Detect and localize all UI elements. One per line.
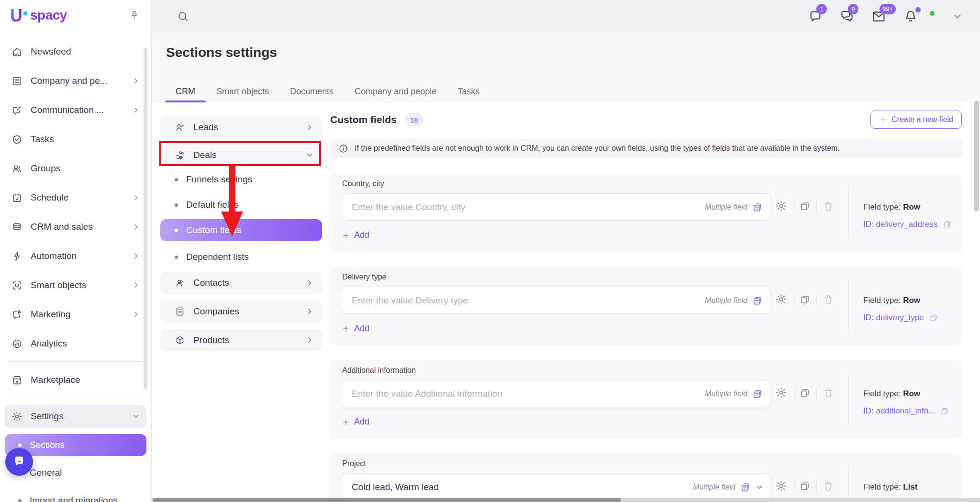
logo-dot (23, 11, 28, 16)
uspacy-logo[interactable]: U spacy (10, 6, 67, 24)
subnav-item-products[interactable]: Products (160, 329, 322, 351)
sidebar-item-analytics[interactable]: Analytics (5, 332, 146, 355)
sidebar-item-import-and-migrations[interactable]: Import and migrations (5, 490, 146, 502)
sidebar-item-smart-objects[interactable]: Smart objects (5, 274, 146, 297)
duplicate-field-icon[interactable] (799, 387, 811, 399)
subnav-item-leads[interactable]: Leads (160, 116, 322, 138)
subnav-child-label: Custom fields (186, 225, 241, 235)
sidebar-item-label: Company and pe... (31, 76, 108, 86)
field-settings-gear-icon[interactable] (775, 293, 787, 305)
horizontal-scrollbar-thumb[interactable] (153, 498, 621, 502)
field-id-row: ID: delivery_type (863, 313, 938, 323)
add-value-button[interactable]: Add (342, 417, 369, 427)
field-meta: Field type: Row ID: delivery_type (863, 296, 938, 323)
tab-smart-objects[interactable]: Smart objects (206, 81, 279, 102)
add-value-button[interactable]: Add (342, 230, 369, 240)
plus-icon (342, 232, 350, 239)
chat-icon[interactable]: 1 (808, 9, 823, 23)
field-settings-gear-icon[interactable] (775, 480, 787, 492)
product-box-icon (175, 335, 185, 346)
copy-id-icon[interactable] (940, 406, 949, 416)
storefront-icon (11, 375, 22, 386)
bell-icon[interactable] (903, 9, 918, 23)
sidebar-scrollbar[interactable] (144, 48, 147, 390)
crm-subnav: Leads Deals Funnels settings Default fie… (160, 116, 322, 356)
sidebar-item-groups[interactable]: Groups (5, 157, 146, 180)
gear-icon (11, 411, 22, 422)
create-new-field-button[interactable]: Create a new field (870, 111, 962, 129)
field-value-input[interactable] (342, 295, 705, 306)
chevron-down-icon[interactable] (756, 483, 763, 491)
notification-dot (915, 7, 921, 12)
sidebar-item-newsfeed[interactable]: Newsfeed (5, 40, 146, 63)
main-scrollbar[interactable] (974, 100, 979, 212)
field-actions (775, 200, 834, 212)
subnav-item-deals[interactable]: Deals (160, 145, 322, 166)
copy-id-icon[interactable] (929, 313, 938, 323)
field-label: Project (342, 459, 366, 468)
sidebar-item-marketplace[interactable]: Marketplace (5, 368, 146, 391)
sidebar-item-marketing[interactable]: Marketing (5, 303, 146, 326)
chevron-down-icon[interactable] (952, 11, 963, 22)
tab-company-and-people[interactable]: Company and people (344, 81, 447, 102)
tab-tasks[interactable]: Tasks (447, 81, 490, 102)
sidebar-item-label: Marketplace (31, 375, 80, 385)
field-label: Delivery type (342, 273, 386, 281)
sidebar-item-automation[interactable]: Automation (5, 245, 146, 268)
field-actions (775, 480, 834, 492)
sidebar-divider (8, 361, 144, 362)
support-chat-button[interactable] (5, 448, 33, 476)
sidebar-item-schedule[interactable]: Schedule (5, 186, 146, 209)
delete-field-trash-icon[interactable] (823, 480, 834, 492)
field-type-value: Row (903, 296, 920, 305)
field-meta: Field type: Row ID: additional_info... (863, 389, 949, 416)
delete-field-trash-icon[interactable] (823, 294, 834, 305)
company-icon (175, 306, 185, 317)
sidebar-item-communication[interactable]: Communication ... (5, 99, 146, 122)
tab-crm[interactable]: CRM (165, 81, 206, 102)
field-type-label: Field type: (863, 296, 901, 305)
search-icon[interactable] (177, 10, 189, 23)
field-type-value: Row (903, 202, 920, 212)
pin-icon[interactable] (129, 10, 140, 21)
delete-field-trash-icon[interactable] (823, 201, 834, 212)
mail-icon[interactable]: 99+ (871, 9, 886, 24)
sidebar-item-tasks[interactable]: Tasks (5, 128, 146, 151)
duplicate-field-icon[interactable] (799, 294, 811, 305)
field-settings-gear-icon[interactable] (775, 200, 787, 212)
field-settings-gear-icon[interactable] (775, 387, 787, 399)
action-separator (793, 480, 793, 492)
tab-bar: CRM Smart objects Documents Company and … (165, 81, 490, 102)
delete-field-trash-icon[interactable] (823, 387, 834, 399)
field-value-input[interactable] (342, 389, 705, 399)
field-value-input[interactable] (342, 482, 693, 492)
duplicate-field-icon[interactable] (799, 201, 811, 212)
duplicate-field-icon[interactable] (799, 480, 811, 492)
sidebar: U spacy Newsfeed Company and pe... C (0, 0, 152, 502)
sidebar-item-crm-and-sales[interactable]: CRM and sales (5, 215, 146, 238)
copy-id-icon[interactable] (942, 220, 952, 229)
subnav-item-funnels-settings[interactable]: Funnels settings (160, 172, 322, 187)
page-header: Sections settings CRM Smart objects Docu… (152, 33, 980, 102)
subnav-item-contacts[interactable]: Contacts (160, 272, 322, 294)
subnav-item-custom-fields[interactable]: Custom fields (160, 219, 322, 241)
field-value-input[interactable] (342, 202, 705, 212)
multiple-field-label: Multiple field (693, 483, 735, 491)
field-type-label: Field type: (863, 202, 901, 212)
group-chat-icon[interactable]: 9 (840, 9, 854, 23)
sidebar-divider (8, 398, 144, 398)
text-field-type-icon (752, 201, 763, 213)
subnav-item-default-fields[interactable]: Default fields (160, 198, 322, 212)
bullet-icon (175, 203, 178, 207)
sidebar-item-company-and-people[interactable]: Company and pe... (5, 69, 146, 92)
tab-documents[interactable]: Documents (279, 81, 344, 102)
vertical-divider (848, 466, 849, 502)
group-chat-badge: 9 (848, 4, 858, 14)
add-value-button[interactable]: Add (342, 324, 369, 334)
sidebar-item-settings[interactable]: Settings (5, 405, 146, 428)
chevron-right-icon (132, 223, 140, 231)
subnav-item-dependent-lists[interactable]: Dependent lists (160, 250, 322, 264)
subnav-item-companies[interactable]: Companies (160, 301, 322, 323)
sidebar-subitem-label: General (30, 468, 62, 478)
field-id-row: ID: additional_info... (863, 406, 949, 416)
